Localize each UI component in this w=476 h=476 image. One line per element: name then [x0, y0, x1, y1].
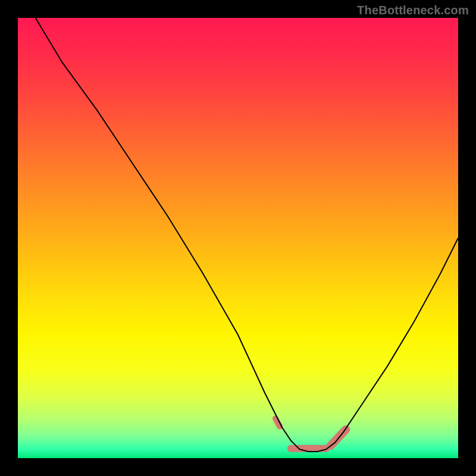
- bottleneck-curve: [36, 18, 458, 452]
- chart-stage: TheBottleneck.com: [0, 0, 476, 476]
- chart-svg: [18, 18, 458, 458]
- watermark-text: TheBottleneck.com: [357, 4, 469, 17]
- plot-area: [18, 18, 458, 458]
